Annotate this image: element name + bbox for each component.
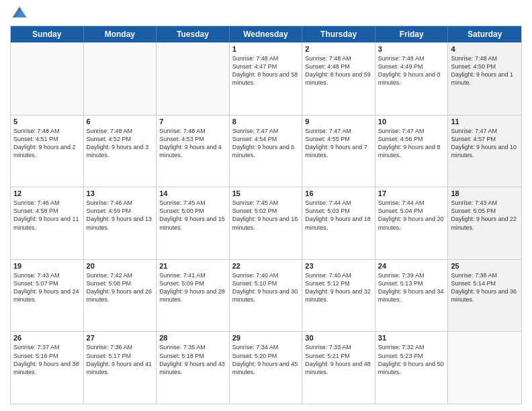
calendar-cell: 20Sunrise: 7:42 AM Sunset: 5:08 PM Dayli… [84, 260, 157, 332]
calendar-cell: 30Sunrise: 7:33 AM Sunset: 5:21 PM Dayli… [302, 332, 375, 404]
calendar-cell: 4Sunrise: 7:48 AM Sunset: 4:50 PM Daylig… [448, 43, 521, 115]
cell-info-text: Sunrise: 7:48 AM Sunset: 4:47 PM Dayligh… [232, 54, 300, 87]
day-number: 30 [305, 334, 372, 342]
calendar-cell: 3Sunrise: 7:48 AM Sunset: 4:49 PM Daylig… [375, 43, 449, 115]
calendar-cell [448, 332, 521, 404]
calendar-cell: 9Sunrise: 7:47 AM Sunset: 4:55 PM Daylig… [302, 116, 375, 187]
logo [10, 7, 28, 20]
day-number: 19 [13, 262, 81, 270]
cell-info-text: Sunrise: 7:48 AM Sunset: 4:49 PM Dayligh… [378, 54, 445, 87]
calendar-cell: 8Sunrise: 7:47 AM Sunset: 4:54 PM Daylig… [230, 116, 303, 187]
cell-info-text: Sunrise: 7:47 AM Sunset: 4:57 PM Dayligh… [451, 127, 519, 160]
calendar-row-0: 1Sunrise: 7:48 AM Sunset: 4:47 PM Daylig… [11, 42, 521, 115]
day-number: 28 [159, 334, 226, 342]
calendar-cell: 21Sunrise: 7:41 AM Sunset: 5:09 PM Dayli… [157, 260, 230, 332]
calendar: SundayMondayTuesdayWednesdayThursdayFrid… [10, 26, 522, 404]
day-number: 31 [378, 334, 445, 342]
calendar-cell [84, 43, 157, 115]
cell-info-text: Sunrise: 7:36 AM Sunset: 5:17 PM Dayligh… [87, 343, 154, 376]
day-number: 5 [13, 118, 81, 126]
calendar-cell [11, 43, 84, 115]
cell-info-text: Sunrise: 7:45 AM Sunset: 5:02 PM Dayligh… [232, 199, 300, 232]
calendar-cell: 23Sunrise: 7:40 AM Sunset: 5:12 PM Dayli… [302, 260, 375, 332]
day-number: 12 [13, 189, 81, 197]
page: SundayMondayTuesdayWednesdayThursdayFrid… [0, 0, 532, 411]
calendar-row-1: 5Sunrise: 7:48 AM Sunset: 4:51 PM Daylig… [11, 115, 521, 187]
cell-info-text: Sunrise: 7:43 AM Sunset: 5:05 PM Dayligh… [451, 199, 519, 232]
calendar-row-2: 12Sunrise: 7:46 AM Sunset: 4:58 PM Dayli… [11, 187, 521, 259]
cell-info-text: Sunrise: 7:48 AM Sunset: 4:50 PM Dayligh… [451, 54, 519, 87]
cell-info-text: Sunrise: 7:47 AM Sunset: 4:56 PM Dayligh… [378, 127, 445, 160]
cell-info-text: Sunrise: 7:40 AM Sunset: 5:10 PM Dayligh… [232, 271, 300, 304]
cell-info-text: Sunrise: 7:48 AM Sunset: 4:51 PM Dayligh… [13, 127, 81, 160]
header [10, 7, 522, 20]
day-number: 14 [159, 189, 226, 197]
cell-info-text: Sunrise: 7:33 AM Sunset: 5:21 PM Dayligh… [305, 343, 372, 376]
day-number: 4 [451, 45, 519, 53]
calendar-cell: 16Sunrise: 7:44 AM Sunset: 5:03 PM Dayli… [302, 187, 375, 259]
day-number: 1 [232, 45, 300, 53]
day-number: 24 [378, 262, 445, 270]
day-number: 11 [451, 118, 519, 126]
calendar-cell: 7Sunrise: 7:48 AM Sunset: 4:53 PM Daylig… [157, 116, 230, 187]
calendar-cell: 29Sunrise: 7:34 AM Sunset: 5:20 PM Dayli… [230, 332, 303, 404]
day-number: 3 [378, 45, 445, 53]
cell-info-text: Sunrise: 7:45 AM Sunset: 5:00 PM Dayligh… [159, 199, 226, 232]
day-number: 8 [232, 118, 300, 126]
cell-info-text: Sunrise: 7:35 AM Sunset: 5:18 PM Dayligh… [159, 343, 226, 376]
weekday-header-thursday: Thursday [302, 26, 375, 42]
day-number: 9 [305, 118, 372, 126]
cell-info-text: Sunrise: 7:48 AM Sunset: 4:53 PM Dayligh… [159, 127, 226, 160]
logo-icon [11, 5, 28, 19]
calendar-cell: 24Sunrise: 7:39 AM Sunset: 5:13 PM Dayli… [375, 260, 449, 332]
calendar-body: 1Sunrise: 7:48 AM Sunset: 4:47 PM Daylig… [11, 42, 521, 404]
calendar-cell: 13Sunrise: 7:46 AM Sunset: 4:59 PM Dayli… [84, 187, 157, 259]
calendar-cell: 17Sunrise: 7:44 AM Sunset: 5:04 PM Dayli… [375, 187, 449, 259]
calendar-cell: 22Sunrise: 7:40 AM Sunset: 5:10 PM Dayli… [230, 260, 303, 332]
day-number: 26 [13, 334, 81, 342]
calendar-cell: 2Sunrise: 7:48 AM Sunset: 4:48 PM Daylig… [302, 43, 375, 115]
day-number: 18 [451, 189, 519, 197]
day-number: 16 [305, 189, 372, 197]
cell-info-text: Sunrise: 7:40 AM Sunset: 5:12 PM Dayligh… [305, 271, 372, 304]
day-number: 20 [87, 262, 154, 270]
day-number: 21 [159, 262, 226, 270]
day-number: 27 [87, 334, 154, 342]
day-number: 15 [232, 189, 300, 197]
cell-info-text: Sunrise: 7:37 AM Sunset: 5:16 PM Dayligh… [13, 343, 81, 376]
cell-info-text: Sunrise: 7:38 AM Sunset: 5:14 PM Dayligh… [451, 271, 519, 304]
calendar-cell: 5Sunrise: 7:48 AM Sunset: 4:51 PM Daylig… [11, 116, 84, 187]
cell-info-text: Sunrise: 7:42 AM Sunset: 5:08 PM Dayligh… [87, 271, 154, 304]
calendar-header: SundayMondayTuesdayWednesdayThursdayFrid… [11, 26, 521, 42]
cell-info-text: Sunrise: 7:34 AM Sunset: 5:20 PM Dayligh… [232, 343, 300, 376]
day-number: 2 [305, 45, 372, 53]
calendar-cell: 19Sunrise: 7:43 AM Sunset: 5:07 PM Dayli… [11, 260, 84, 332]
calendar-cell: 12Sunrise: 7:46 AM Sunset: 4:58 PM Dayli… [11, 187, 84, 259]
calendar-cell: 10Sunrise: 7:47 AM Sunset: 4:56 PM Dayli… [375, 116, 449, 187]
calendar-cell [157, 43, 230, 115]
calendar-cell: 11Sunrise: 7:47 AM Sunset: 4:57 PM Dayli… [448, 116, 521, 187]
calendar-cell: 15Sunrise: 7:45 AM Sunset: 5:02 PM Dayli… [230, 187, 303, 259]
cell-info-text: Sunrise: 7:39 AM Sunset: 5:13 PM Dayligh… [378, 271, 445, 304]
cell-info-text: Sunrise: 7:46 AM Sunset: 4:58 PM Dayligh… [13, 199, 81, 232]
cell-info-text: Sunrise: 7:48 AM Sunset: 4:52 PM Dayligh… [87, 127, 154, 160]
weekday-header-tuesday: Tuesday [157, 26, 230, 42]
day-number: 7 [159, 118, 226, 126]
cell-info-text: Sunrise: 7:46 AM Sunset: 4:59 PM Dayligh… [87, 199, 154, 232]
calendar-cell: 6Sunrise: 7:48 AM Sunset: 4:52 PM Daylig… [84, 116, 157, 187]
day-number: 13 [87, 189, 154, 197]
weekday-header-wednesday: Wednesday [230, 26, 303, 42]
cell-info-text: Sunrise: 7:47 AM Sunset: 4:54 PM Dayligh… [232, 127, 300, 160]
calendar-cell: 14Sunrise: 7:45 AM Sunset: 5:00 PM Dayli… [157, 187, 230, 259]
cell-info-text: Sunrise: 7:32 AM Sunset: 5:23 PM Dayligh… [378, 343, 445, 376]
cell-info-text: Sunrise: 7:43 AM Sunset: 5:07 PM Dayligh… [13, 271, 81, 304]
weekday-header-monday: Monday [84, 26, 157, 42]
cell-info-text: Sunrise: 7:41 AM Sunset: 5:09 PM Dayligh… [159, 271, 226, 304]
cell-info-text: Sunrise: 7:48 AM Sunset: 4:48 PM Dayligh… [305, 54, 372, 87]
weekday-header-friday: Friday [375, 26, 449, 42]
calendar-cell: 27Sunrise: 7:36 AM Sunset: 5:17 PM Dayli… [84, 332, 157, 404]
calendar-cell: 31Sunrise: 7:32 AM Sunset: 5:23 PM Dayli… [375, 332, 449, 404]
calendar-cell: 18Sunrise: 7:43 AM Sunset: 5:05 PM Dayli… [448, 187, 521, 259]
day-number: 25 [451, 262, 519, 270]
weekday-header-saturday: Saturday [448, 26, 521, 42]
